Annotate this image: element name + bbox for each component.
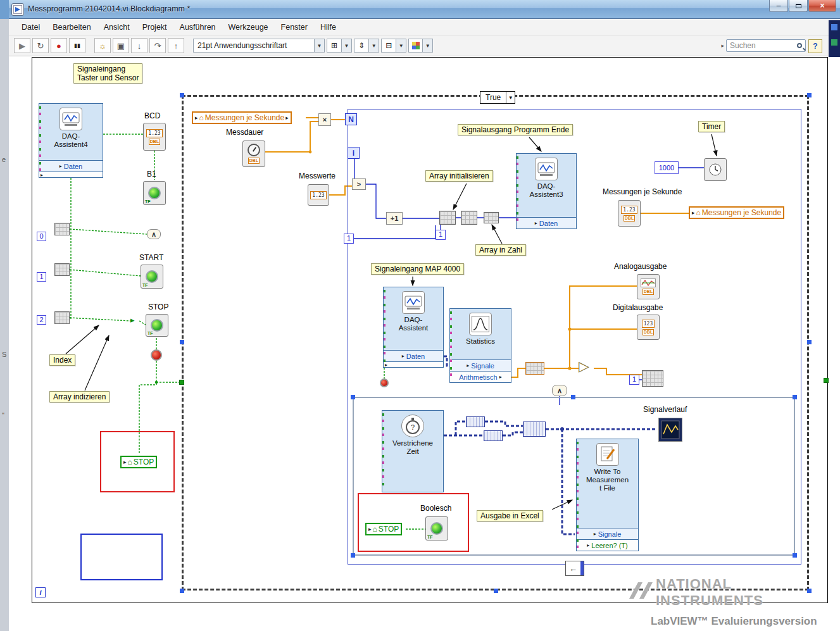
comment-array-indizieren[interactable]: Array indizieren xyxy=(49,391,110,403)
terminal-stop-led[interactable]: TF xyxy=(146,314,168,337)
terminal-bcd[interactable]: 1.23 DBL xyxy=(143,123,166,151)
search-input[interactable]: Suchen xyxy=(726,39,806,52)
blue-frame-decoration[interactable] xyxy=(80,534,163,580)
selection-handle[interactable] xyxy=(180,589,184,593)
comment-signaleingang-map-4000[interactable]: Signaleingang MAP 4000 xyxy=(371,263,464,275)
and-node[interactable]: ∧ xyxy=(552,385,567,396)
menu-projekt[interactable]: Projekt xyxy=(136,21,173,34)
distribute-objects-dropdown[interactable]: ⇕ ▼ xyxy=(354,39,379,53)
terminal-boolesch-led[interactable]: TF xyxy=(425,516,448,540)
vi-output-arithmetisch[interactable]: Arithmetisch ▸ xyxy=(450,371,511,382)
close-button[interactable]: × xyxy=(808,0,836,12)
abort-button[interactable]: ● xyxy=(51,38,67,53)
increment-node[interactable]: +1 xyxy=(386,212,403,225)
vi-output-daten[interactable]: ▸ Daten xyxy=(39,160,103,172)
menu-fenster[interactable]: Fenster xyxy=(275,21,314,34)
case-selector[interactable]: True ▼ xyxy=(480,91,515,104)
vi-output-row[interactable]: ▸ xyxy=(384,361,443,367)
for-loop-iteration-terminal[interactable]: i xyxy=(348,147,360,159)
step-out-button[interactable]: ↑ xyxy=(168,38,184,53)
index-array-node[interactable] xyxy=(54,311,70,324)
express-vi-daq-assistent3[interactable]: DAQ- Assistent3 ▸ Daten xyxy=(516,153,577,229)
convert-dynamic-data-node[interactable] xyxy=(484,430,503,441)
express-vi-daq-assistent[interactable]: DAQ- Assistent ▸ Daten ▸ xyxy=(383,287,444,368)
step-over-button[interactable]: ↷ xyxy=(149,38,166,53)
error-stop-terminal[interactable] xyxy=(380,378,389,387)
vi-output-daten[interactable]: ▸ Daten xyxy=(384,350,443,361)
menu-hilfe[interactable]: Hilfe xyxy=(314,21,342,34)
constant-2[interactable]: 2 xyxy=(37,315,46,325)
context-help-button[interactable]: ? xyxy=(808,39,822,53)
font-selector[interactable]: 21pt Anwendungsschriftart ▼ xyxy=(193,39,325,53)
selection-handle[interactable] xyxy=(807,93,812,97)
comment-array-in-zahl[interactable]: Array in Zahl xyxy=(475,244,526,256)
vi-input-signale[interactable]: ▸ Signale xyxy=(450,359,511,371)
vi-output-row[interactable]: ▸ xyxy=(39,172,103,177)
retain-wire-values-button[interactable]: ▣ xyxy=(113,38,129,53)
build-array-node[interactable] xyxy=(642,370,663,387)
and-node[interactable]: ∧ xyxy=(147,229,161,239)
constant-1[interactable]: 1 xyxy=(37,272,46,282)
resize-objects-dropdown[interactable]: ⊟ ▼ xyxy=(381,39,406,53)
comment-array-initialisieren[interactable]: Array initialisieren xyxy=(425,170,493,182)
selection-handle[interactable] xyxy=(351,553,355,558)
constant-1[interactable]: 1 xyxy=(344,234,354,244)
multiply-node[interactable]: × xyxy=(318,113,331,126)
conversion-triangle-node[interactable]: ▷ xyxy=(579,359,589,373)
vi-input-leeren[interactable]: ▸ Leeren? (T) xyxy=(577,539,638,551)
boolean-tunnel[interactable] xyxy=(824,378,829,383)
stop-round-terminal[interactable] xyxy=(151,349,162,361)
info-terminal[interactable]: i xyxy=(35,587,46,597)
minimize-button[interactable]: – xyxy=(769,0,788,12)
comment-signaleingang-taster[interactable]: Signaleingang Taster und Sensor xyxy=(73,63,142,84)
for-loop-count-terminal[interactable]: N xyxy=(345,113,357,125)
comment-timer[interactable]: Timer xyxy=(698,121,725,132)
indicator-signalverlauf-graph[interactable] xyxy=(658,418,682,444)
maximize-button[interactable] xyxy=(789,0,808,12)
menu-bearbeiten[interactable]: Bearbeiten xyxy=(46,21,97,34)
collapse-arrow-icon[interactable]: ▸ xyxy=(721,42,724,49)
local-variable-stop[interactable]: ▸ ⌂ STOP xyxy=(120,456,157,468)
comment-signalausgang-programm-ende[interactable]: Signalausgang Programm Ende xyxy=(458,124,573,135)
selection-handle[interactable] xyxy=(807,589,812,593)
comment-index[interactable]: Index xyxy=(49,354,75,366)
compare-node[interactable]: > xyxy=(352,178,366,190)
vi-input-daten[interactable]: ▸ Daten xyxy=(517,217,576,228)
selection-handle[interactable] xyxy=(571,395,575,399)
local-variable-messungen-je-sekunde[interactable]: ▸ ⌂ Messungen je Sekunde xyxy=(689,206,784,219)
indicator-digitalausgabe[interactable]: 123 DBL xyxy=(637,315,660,340)
reorder-dropdown[interactable]: ▼ xyxy=(408,39,433,53)
local-variable-messungen-je-sekunde[interactable]: ▸ ⌂ Messungen je Sekunde ▸ xyxy=(192,111,292,124)
selection-handle[interactable] xyxy=(793,395,797,399)
feedback-node[interactable]: ← xyxy=(565,561,584,576)
selection-handle[interactable] xyxy=(793,553,797,558)
menu-werkzeuge[interactable]: Werkzeuge xyxy=(222,21,275,34)
indicator-messwerte[interactable]: 1.23 xyxy=(308,184,329,206)
align-objects-dropdown[interactable]: ⊞ ▼ xyxy=(327,39,352,53)
express-vi-write-to-measurement-file[interactable]: Write To Measuremen t File ▸ Signale ▸ L… xyxy=(576,439,639,551)
titlebar[interactable]: Messprogramm 21042014.vi Blockdiagramm *… xyxy=(9,0,840,19)
express-vi-verstrichene-zeit[interactable]: ? Verstrichene Zeit xyxy=(382,410,444,492)
indicator-messungen-je-sekunde[interactable]: 1.23 DBL xyxy=(618,200,641,227)
menu-datei[interactable]: Datei xyxy=(15,21,46,34)
express-vi-daq-assistent4[interactable]: DAQ- Assistent4 ▸ Daten ▸ xyxy=(39,103,103,178)
selection-handle[interactable] xyxy=(351,395,355,399)
local-variable-stop[interactable]: ▸ ⌂ STOP xyxy=(365,523,402,535)
boolean-tunnel[interactable] xyxy=(179,380,184,385)
selection-handle[interactable] xyxy=(494,589,498,593)
vi-input-signale[interactable]: ▸ Signale xyxy=(577,528,638,539)
index-array-node[interactable] xyxy=(54,263,70,276)
pause-button[interactable]: ▮▮ xyxy=(69,38,85,53)
wait-ms-node[interactable] xyxy=(704,158,727,181)
collector-node[interactable] xyxy=(525,362,544,375)
merge-signals-node[interactable] xyxy=(523,422,546,437)
comment-ausgabe-in-excel[interactable]: Ausgabe in Excel xyxy=(477,510,543,522)
convert-dynamic-data-node[interactable] xyxy=(466,416,485,427)
index-array-node[interactable] xyxy=(54,223,70,235)
selection-handle[interactable] xyxy=(180,340,184,344)
indicator-analogausgabe[interactable]: DBL xyxy=(637,274,660,299)
constant-1000[interactable]: 1000 xyxy=(655,161,679,174)
highlight-execution-button[interactable]: ☼ xyxy=(94,38,111,53)
initialize-array-node[interactable] xyxy=(439,211,456,225)
constant-1[interactable]: 1 xyxy=(629,375,639,385)
